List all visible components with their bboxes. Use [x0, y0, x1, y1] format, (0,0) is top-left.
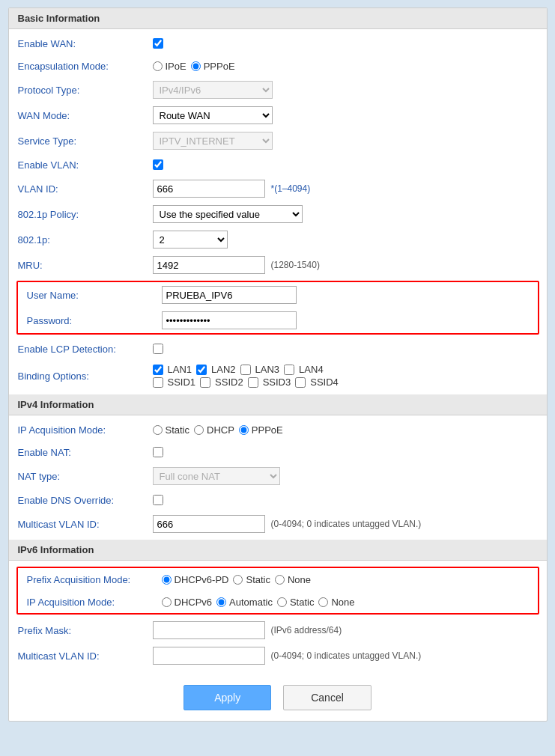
ssid3-label: SSID3: [263, 377, 291, 388]
nat-type-select[interactable]: Full cone NAT Restricted cone NAT: [153, 467, 280, 485]
button-row: Apply Cancel: [9, 671, 547, 721]
encap-ipoe-radio[interactable]: [153, 61, 163, 71]
lcp-checkbox[interactable]: [153, 344, 163, 354]
dot1p-select[interactable]: 012 34567: [153, 231, 228, 249]
lan3-label: LAN3: [255, 364, 280, 375]
enable-vlan-row: Enable VLAN:: [9, 153, 547, 176]
ipv4-dhcp-radio[interactable]: [194, 425, 204, 435]
encapsulation-label: Encapsulation Mode:: [18, 61, 153, 72]
ipv4-mode-row: IP Acquisition Mode: Static DHCP PPPoE: [9, 418, 547, 441]
wan-mode-value: Route WAN Bridge WAN: [153, 106, 538, 124]
dot1p-label: 802.1p:: [18, 234, 153, 246]
vlan-id-row: VLAN ID: *(1–4094): [9, 176, 547, 201]
ipv4-multicast-input[interactable]: [153, 515, 265, 533]
binding-ssid-row: SSID1 SSID2 SSID3 SSID4: [153, 377, 339, 388]
protocol-label: Protocol Type:: [18, 85, 153, 96]
ipv6-static-label: Static: [290, 597, 315, 608]
prefix-none-radio[interactable]: [275, 575, 285, 585]
apply-button[interactable]: Apply: [184, 685, 271, 710]
password-value: [162, 311, 529, 329]
dot1p-value: 012 34567: [153, 231, 538, 249]
prefix-static-radio[interactable]: [233, 575, 243, 585]
ipv6-dhcpv6-radio[interactable]: [162, 597, 172, 607]
service-type-select[interactable]: IPTV_INTERNET: [153, 132, 273, 150]
binding-lan-row: LAN1 LAN2 LAN3 LAN4: [153, 364, 339, 375]
enable-wan-label: Enable WAN:: [18, 38, 153, 49]
ipv6-dhcpv6-label: DHCPv6: [175, 597, 213, 608]
ipv4-static-radio[interactable]: [153, 425, 163, 435]
prefix-static-label: Static: [246, 574, 270, 585]
ssid2-checkbox[interactable]: [200, 377, 210, 388]
protocol-value: IPv4/IPv6: [153, 81, 538, 99]
dns-override-label: Enable DNS Override:: [18, 495, 153, 506]
basic-info-section: Enable WAN: Encapsulation Mode: IPoE PPP…: [9, 29, 547, 394]
lan4-checkbox[interactable]: [284, 365, 294, 375]
service-type-row: Service Type: IPTV_INTERNET: [9, 128, 547, 153]
prefix-mask-label: Prefix Mask:: [18, 625, 153, 636]
lan2-checkbox[interactable]: [196, 365, 207, 375]
cancel-button[interactable]: Cancel: [283, 685, 371, 710]
mru-label: MRU:: [18, 260, 153, 271]
mru-hint: (1280-1540): [271, 260, 320, 270]
binding-label: Binding Options:: [18, 371, 153, 382]
encapsulation-row: Encapsulation Mode: IPoE PPPoE: [9, 55, 547, 77]
nat-type-row: NAT type: Full cone NAT Restricted cone …: [9, 463, 547, 489]
protocol-select[interactable]: IPv4/IPv6: [153, 81, 273, 99]
dot1p-row: 802.1p: 012 34567: [9, 227, 547, 252]
lcp-label: Enable LCP Detection:: [18, 344, 153, 355]
ipv6-none-radio[interactable]: [318, 597, 328, 607]
binding-value: LAN1 LAN2 LAN3 LAN4 SSID1 SSID2 SSID3 SS…: [153, 364, 538, 388]
enable-vlan-checkbox[interactable]: [153, 159, 163, 170]
password-input[interactable]: [162, 311, 297, 329]
ipv6-automatic-radio[interactable]: [216, 597, 226, 607]
enable-nat-label: Enable NAT:: [18, 447, 153, 458]
enable-wan-checkbox[interactable]: [153, 38, 163, 49]
vlan-id-label: VLAN ID:: [18, 183, 153, 195]
dns-override-row: Enable DNS Override:: [9, 489, 547, 511]
lan2-label: LAN2: [211, 364, 236, 375]
lan3-checkbox[interactable]: [240, 365, 251, 375]
ipv6-highlighted-group: Prefix Acquisition Mode: DHCPv6-PD Stati…: [16, 567, 539, 615]
dot1p-policy-row: 802.1p Policy: Use the specified value U…: [9, 201, 547, 227]
encapsulation-value: IPoE PPPoE: [153, 61, 538, 72]
lan1-checkbox[interactable]: [153, 365, 163, 375]
dot1p-policy-select[interactable]: Use the specified value Use DSCP value: [153, 205, 303, 223]
vlan-id-hint: *(1–4094): [271, 183, 311, 194]
ssid3-checkbox[interactable]: [248, 377, 258, 388]
prefix-mode-label: Prefix Acquisition Mode:: [27, 574, 162, 585]
ssid1-checkbox[interactable]: [153, 377, 163, 388]
username-row: User Name:: [18, 282, 538, 308]
mru-row: MRU: (1280-1540): [9, 252, 547, 278]
username-input[interactable]: [162, 286, 297, 304]
prefix-dhcpv6pd-radio[interactable]: [162, 575, 172, 585]
basic-info-header: Basic Information: [9, 8, 547, 29]
wan-mode-select[interactable]: Route WAN Bridge WAN: [153, 106, 273, 124]
prefix-mask-input[interactable]: [153, 621, 265, 639]
vlan-id-input[interactable]: [153, 180, 265, 198]
ipv6-ip-mode-row: IP Acquisition Mode: DHCPv6 Automatic St…: [18, 591, 538, 613]
dot1p-policy-value: Use the specified value Use DSCP value: [153, 205, 538, 223]
ssid1-label: SSID1: [168, 377, 196, 388]
password-label: Password:: [27, 315, 162, 326]
enable-nat-checkbox[interactable]: [153, 447, 163, 457]
ipv4-multicast-value: (0-4094; 0 indicates untagged VLAN.): [153, 515, 538, 533]
ipv6-ip-mode-value: DHCPv6 Automatic Static None: [162, 597, 529, 608]
ipv4-pppoe-label: PPPoE: [252, 424, 283, 436]
ipv6-static-radio[interactable]: [277, 597, 287, 607]
prefix-mask-value: (IPv6 address/64): [153, 621, 538, 639]
protocol-row: Protocol Type: IPv4/IPv6: [9, 77, 547, 103]
ipv6-multicast-value: (0-4094; 0 indicates untagged VLAN.): [153, 647, 538, 665]
enable-vlan-label: Enable VLAN:: [18, 159, 153, 171]
mru-input[interactable]: [153, 256, 265, 274]
encap-pppoe-radio[interactable]: [191, 61, 201, 71]
dns-override-checkbox[interactable]: [153, 495, 163, 505]
ipv4-pppoe-radio[interactable]: [239, 425, 249, 435]
ssid4-checkbox[interactable]: [295, 377, 306, 388]
enable-nat-value: [153, 447, 538, 457]
ipv6-info-section: Prefix Acquisition Mode: DHCPv6-PD Stati…: [9, 561, 547, 671]
dot1p-policy-label: 802.1p Policy:: [18, 209, 153, 220]
ipv6-multicast-input[interactable]: [153, 647, 265, 665]
lcp-value: [153, 344, 538, 354]
ipv4-mode-label: IP Acquisition Mode:: [18, 424, 153, 436]
ipv6-multicast-hint: (0-4094; 0 indicates untagged VLAN.): [271, 650, 422, 661]
